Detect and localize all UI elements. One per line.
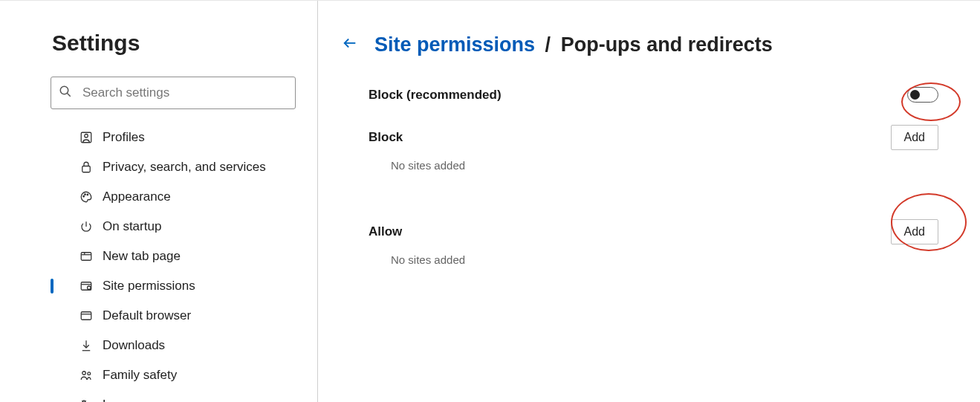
- svg-point-7: [87, 194, 88, 195]
- block-section-header: Block Add: [339, 119, 938, 156]
- site-permissions-icon: [76, 279, 97, 293]
- svg-point-5: [83, 196, 85, 198]
- block-section-label: Block: [369, 130, 403, 145]
- block-recommended-toggle[interactable]: [907, 87, 938, 103]
- block-add-button[interactable]: Add: [891, 125, 938, 150]
- nav-item-family-safety[interactable]: Family safety: [51, 360, 296, 390]
- settings-nav: Profiles Privacy, search, and services: [51, 123, 296, 402]
- nav-item-downloads[interactable]: Downloads: [51, 331, 296, 360]
- svg-line-1: [67, 93, 71, 97]
- nav-label: Default browser: [103, 308, 191, 323]
- svg-point-6: [85, 194, 86, 195]
- nav-label: Privacy, search, and services: [103, 160, 266, 175]
- search-settings-input-wrap[interactable]: [51, 77, 296, 109]
- block-recommended-row: Block (recommended): [339, 81, 938, 108]
- nav-item-startup[interactable]: On startup: [51, 212, 296, 241]
- download-icon: [76, 339, 97, 352]
- nav-item-languages[interactable]: Languages: [51, 390, 296, 402]
- nav-item-appearance[interactable]: Appearance: [51, 182, 296, 212]
- newtab-icon: [76, 250, 97, 263]
- nav-label: Family safety: [103, 368, 177, 383]
- block-empty-text: No sites added: [339, 159, 938, 172]
- nav-label: On startup: [103, 219, 161, 234]
- svg-point-3: [85, 134, 88, 138]
- power-icon: [76, 220, 97, 233]
- nav-label: Downloads: [103, 338, 165, 353]
- allow-add-button[interactable]: Add: [891, 219, 938, 244]
- main-content: Site permissions / Pop-ups and redirects…: [318, 1, 980, 402]
- breadcrumb-separator: /: [541, 33, 556, 56]
- nav-label: New tab page: [103, 249, 181, 264]
- search-settings-input[interactable]: [82, 85, 288, 100]
- svg-rect-14: [81, 312, 91, 320]
- breadcrumb-current: Pop-ups and redirects: [561, 33, 773, 56]
- browser-icon: [76, 309, 97, 322]
- nav-label: Profiles: [103, 130, 145, 145]
- languages-icon: [76, 398, 97, 402]
- profile-icon: [76, 131, 97, 144]
- breadcrumb-parent-link[interactable]: Site permissions: [374, 33, 535, 56]
- nav-item-profiles[interactable]: Profiles: [51, 123, 296, 152]
- svg-point-18: [88, 372, 91, 375]
- block-recommended-label: Block (recommended): [369, 88, 502, 103]
- svg-point-0: [60, 86, 68, 94]
- family-icon: [76, 369, 97, 382]
- svg-rect-8: [81, 253, 91, 261]
- svg-rect-4: [82, 166, 91, 172]
- nav-item-privacy[interactable]: Privacy, search, and services: [51, 152, 296, 182]
- palette-icon: [76, 190, 97, 204]
- nav-label: Languages: [103, 398, 165, 402]
- settings-sidebar: Settings Profiles: [0, 1, 318, 402]
- nav-item-default-browser[interactable]: Default browser: [51, 301, 296, 331]
- settings-title: Settings: [52, 30, 296, 56]
- allow-empty-text: No sites added: [339, 253, 938, 266]
- svg-point-17: [82, 372, 86, 375]
- nav-item-newtab[interactable]: New tab page: [51, 241, 296, 271]
- nav-label: Appearance: [103, 189, 171, 204]
- nav-item-site-permissions[interactable]: Site permissions: [51, 271, 296, 301]
- allow-section-header: Allow Add: [339, 213, 938, 250]
- search-icon: [59, 85, 82, 101]
- allow-section-label: Allow: [369, 224, 402, 239]
- breadcrumb: Site permissions / Pop-ups and redirects: [339, 32, 938, 57]
- back-arrow-icon[interactable]: [339, 32, 361, 57]
- nav-label: Site permissions: [103, 279, 195, 294]
- lock-icon: [76, 161, 97, 174]
